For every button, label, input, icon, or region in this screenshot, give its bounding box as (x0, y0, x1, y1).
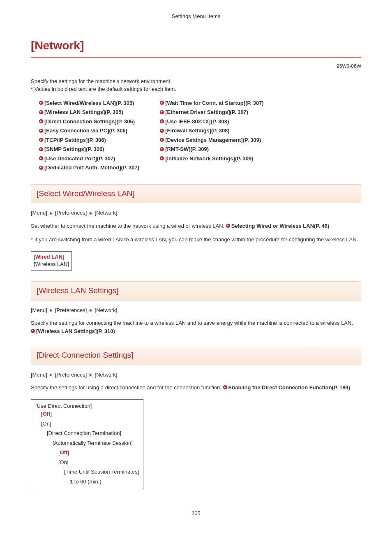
crumb-network: [Network] (95, 372, 118, 378)
toc-link[interactable]: [Firewall Settings](P. 308) (160, 127, 264, 135)
crumb-menu: [Menu] (31, 307, 47, 313)
bullet-arrow-icon (39, 156, 43, 160)
toc-link-label: [TCP/IP Settings](P. 306) (44, 136, 106, 144)
toc-link-label: [Firewall Settings](P. 308) (165, 127, 230, 135)
crumb-preferences: [Preferences] (55, 210, 87, 216)
bullet-arrow-icon (39, 166, 43, 170)
toc-link[interactable]: [Select Wired/Wireless LAN](P. 305) (39, 99, 139, 107)
chevron-right-icon (90, 309, 92, 312)
toc-link[interactable]: [Wait Time for Conn. at Startup](P. 307) (160, 99, 264, 107)
chevron-right-icon (50, 309, 52, 312)
toc-link-label: [Dedicated Port Auth. Method](P. 307) (44, 164, 139, 172)
chevron-right-icon (90, 212, 92, 215)
toc-link[interactable]: [Easy Connection via PC](P. 306) (39, 127, 139, 135)
bullet-arrow-icon (39, 110, 43, 114)
chevron-right-icon (90, 373, 92, 377)
toc-link-label: [Ethernet Driver Settings](P. 307) (165, 108, 248, 116)
section-heading-direct-conn: [Direct Connection Settings] (31, 346, 361, 365)
bullet-arrow-icon (160, 119, 164, 123)
toc-link-label: [Initialize Network Settings](P. 309) (165, 155, 253, 163)
toc-link[interactable]: [Use Dedicated Port](P. 307) (39, 155, 139, 163)
default-value: Off (43, 411, 51, 417)
inline-xref-link[interactable]: Enabling the Direct Connection Function(… (223, 384, 350, 391)
bullet-arrow-icon (31, 329, 35, 333)
tree-node: [Direct Connection Termination] (47, 429, 139, 437)
inline-xref-link[interactable]: Selecting Wired or Wireless LAN(P. 46) (226, 223, 330, 229)
page-number: 305 (31, 509, 361, 518)
tree-node-default: [Off] (41, 410, 139, 418)
value-tree: [Use Direct Connection] [Off] [On] [Dire… (31, 399, 143, 489)
toc-link[interactable]: [Direct Connection Settings](P. 305) (39, 118, 139, 126)
bullet-arrow-icon (160, 110, 164, 114)
range-rest: to 60 (min.) (73, 479, 101, 485)
toc-link[interactable]: [RMT-SW](P. 309) (160, 145, 264, 153)
crumb-network: [Network] (95, 210, 118, 216)
tree-node: [On] (58, 458, 139, 467)
breadcrumb: [Menu] [Preferences] [Network] (31, 371, 361, 379)
tree-node: [On] (41, 420, 139, 428)
doc-id: 95W3-06W (31, 62, 361, 70)
crumb-preferences: [Preferences] (55, 307, 87, 313)
tree-node-default: [Off] (58, 449, 139, 457)
option-default: [Wired LAN] (34, 253, 69, 261)
toc-link-label: [Select Wired/Wireless LAN](P. 305) (44, 99, 134, 107)
page-title: [Network] (31, 37, 361, 58)
toc-link[interactable]: [Device Settings Management](P. 309) (160, 136, 264, 144)
body-text: Specify the settings for connecting the … (31, 319, 361, 327)
section-heading-select-lan: [Select Wired/Wireless LAN] (31, 184, 361, 204)
toc-link[interactable]: [Initialize Network Settings](P. 309) (160, 155, 264, 163)
bullet-arrow-icon (39, 101, 43, 105)
body-text: Specify the settings for using a direct … (31, 384, 223, 391)
toc-link-label: [Direct Connection Settings](P. 305) (44, 118, 135, 126)
bullet-arrow-icon (160, 138, 164, 142)
toc-link[interactable]: [Ethernet Driver Settings](P. 307) (160, 108, 264, 116)
toc-link-label: [Use IEEE 802.1X](P. 308) (165, 118, 229, 126)
bullet-arrow-icon (160, 147, 164, 151)
intro-paragraph: Specify the settings for the machine's n… (31, 77, 361, 93)
toc-link[interactable]: [TCP/IP Settings](P. 306) (39, 136, 139, 144)
intro-line-1: Specify the settings for the machine's n… (31, 77, 361, 86)
section-body: Set whether to connect the machine to th… (31, 222, 361, 230)
inline-xref-label: [Wireless LAN Settings](P. 310) (36, 328, 115, 334)
inline-xref-label: Selecting Wired or Wireless LAN(P. 46) (231, 223, 330, 229)
breadcrumb: [Menu] [Preferences] [Network] (31, 209, 361, 217)
default-value: Off (60, 449, 68, 456)
section-heading-wireless-lan: [Wireless LAN Settings] (31, 281, 361, 301)
bullet-arrow-icon (39, 147, 43, 151)
toc-link-label: [Easy Connection via PC](P. 306) (44, 127, 127, 135)
crumb-network: [Network] (95, 307, 118, 313)
toc-link[interactable]: [Wireless LAN Settings](P. 305) (39, 108, 139, 116)
default-value: Wired LAN (35, 254, 62, 260)
section-body: Specify the settings for using a direct … (31, 384, 361, 392)
bullet-arrow-icon (39, 138, 43, 142)
section-note: * If you are switching from a wired LAN … (31, 236, 361, 244)
bullet-arrow-icon (39, 119, 43, 123)
tree-node-range: 1 to 60 (min.) (70, 478, 139, 486)
body-text: Set whether to connect the machine to th… (31, 223, 226, 229)
toc-link-label: [RMT-SW](P. 309) (165, 145, 209, 153)
toc-link-label: [SNMP Settings](P. 306) (44, 145, 104, 153)
toc-link[interactable]: [SNMP Settings](P. 306) (39, 145, 139, 153)
toc-link-columns: [Select Wired/Wireless LAN](P. 305) [Wir… (39, 99, 361, 172)
chevron-right-icon (50, 373, 52, 377)
toc-col-left: [Select Wired/Wireless LAN](P. 305) [Wir… (39, 99, 139, 172)
inline-xref-label: Enabling the Direct Connection Function(… (228, 384, 350, 391)
chevron-right-icon (50, 212, 52, 215)
toc-link[interactable]: [Use IEEE 802.1X](P. 308) (160, 118, 264, 126)
tree-node: [Use Direct Connection] (35, 402, 139, 410)
toc-link-label: [Use Dedicated Port](P. 307) (44, 155, 115, 163)
bullet-arrow-icon (160, 156, 164, 160)
toc-link-label: [Device Settings Management](P. 309) (165, 136, 261, 144)
crumb-preferences: [Preferences] (55, 372, 87, 378)
bullet-arrow-icon (226, 224, 230, 228)
crumb-menu: [Menu] (31, 372, 47, 378)
toc-col-right: [Wait Time for Conn. at Startup](P. 307)… (160, 99, 264, 172)
inline-xref-link[interactable]: [Wireless LAN Settings](P. 310) (31, 328, 115, 334)
tree-node: [Time Until Session Terminates] (64, 468, 139, 476)
running-header: Settings Menu Items (31, 12, 361, 21)
option-other: [Wireless LAN] (34, 261, 69, 268)
bullet-arrow-icon (160, 101, 164, 105)
crumb-menu: [Menu] (31, 210, 47, 216)
section-body: Specify the settings for connecting the … (31, 319, 361, 335)
toc-link[interactable]: [Dedicated Port Auth. Method](P. 307) (39, 164, 139, 172)
